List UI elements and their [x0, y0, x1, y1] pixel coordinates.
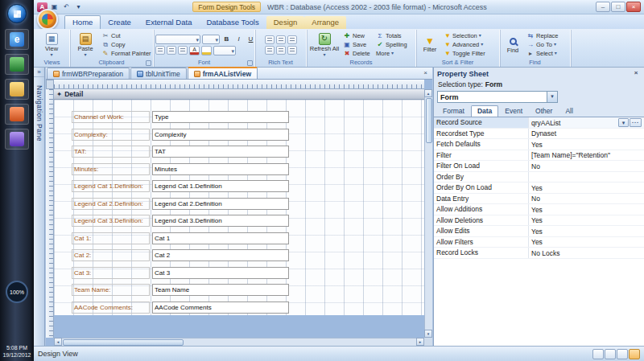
ribbon-tab-create[interactable]: Create [101, 16, 138, 29]
office-button[interactable] [37, 9, 58, 30]
taskbar-item-app-purple[interactable] [5, 129, 29, 150]
control-label[interactable]: Legend Cat 1.Definition: [72, 180, 150, 192]
property-value[interactable]: Yes [529, 183, 644, 193]
property-value[interactable]: qryAAList▾... [529, 117, 644, 128]
document-tab-frmwbrpreparation[interactable]: frmWBRPreparation [47, 68, 130, 79]
control-label[interactable]: Minutes: [72, 163, 150, 175]
ribbon-tab-design[interactable]: Design [266, 16, 305, 29]
taskbar-clock[interactable]: 5:08 PM 19/12/2012 [0, 344, 34, 359]
font-name-combo[interactable] [155, 35, 200, 44]
fill-color-button[interactable] [201, 46, 212, 55]
gridlines-combo[interactable] [213, 46, 236, 55]
ribbon-tab-external-data[interactable]: External Data [138, 16, 200, 29]
taskbar-item-internet-explorer[interactable]: e [5, 29, 29, 50]
control-label[interactable]: TAT: [72, 146, 150, 158]
navigation-pane-collapsed[interactable]: » Navigation Pane [34, 68, 45, 346]
copy-button[interactable]: ⧉ Copy [100, 40, 151, 49]
property-tab-event[interactable]: Event [498, 105, 529, 117]
control-label[interactable]: Cat 2: [72, 249, 150, 261]
control-textbox[interactable]: Cat 2 [152, 249, 289, 261]
property-value[interactable]: Yes [529, 226, 644, 236]
control-textbox[interactable]: Team Name [152, 284, 289, 296]
delete-record-button[interactable]: ✖ Delete [341, 49, 374, 58]
control-textbox[interactable]: TAT [152, 146, 289, 158]
control-label[interactable]: Legend Cat 2.Definition: [72, 198, 150, 210]
control-textbox[interactable]: Cat 3 [152, 267, 289, 279]
form-selector[interactable] [46, 80, 54, 89]
control-label[interactable]: Complexity: [72, 129, 150, 141]
property-value[interactable]: No Locks [529, 248, 644, 258]
property-row-fetch-defaults[interactable]: Fetch DefaultsYes [434, 139, 644, 150]
detail-section-bar[interactable]: ✦ Detail [54, 89, 424, 100]
document-tab-tblunittime[interactable]: tblUnitTime [130, 68, 187, 79]
control-textbox[interactable]: Legend Cat 1.Definition [152, 180, 289, 192]
goto-button[interactable]: → Go To ▾ [525, 40, 568, 49]
cut-button[interactable]: ✂ Cut [100, 31, 151, 40]
undo-icon[interactable]: ↶ [61, 2, 72, 12]
align-left-button[interactable] [155, 46, 165, 55]
new-record-button[interactable]: ✚ New [341, 31, 374, 40]
taskbar-item-app-orange[interactable] [5, 104, 29, 125]
property-tab-format[interactable]: Format [436, 105, 471, 117]
property-builder-button[interactable]: ... [630, 118, 642, 127]
property-row-filter[interactable]: Filter[Team Name]="Retention" [434, 150, 644, 162]
control-textbox[interactable]: Complexity [152, 129, 289, 141]
replace-button[interactable]: ⇆ Replace [525, 31, 568, 40]
control-textbox[interactable]: Minutes [152, 163, 289, 175]
ribbon-tab-arrange[interactable]: Arrange [304, 16, 346, 29]
property-row-order-by[interactable]: Order By [434, 172, 644, 183]
bullets-button[interactable] [265, 35, 275, 44]
property-value[interactable]: No [529, 161, 644, 171]
start-button[interactable] [7, 4, 27, 23]
property-row-filter-on-load[interactable]: Filter On LoadNo [434, 161, 644, 172]
property-row-record-source[interactable]: Record SourceqryAAList▾... [434, 117, 644, 129]
form-view-button[interactable] [592, 349, 604, 359]
property-value[interactable]: Yes [529, 237, 644, 248]
property-row-allow-deletions[interactable]: Allow DeletionsYes [434, 215, 644, 227]
property-row-allow-additions[interactable]: Allow AdditionsYes [434, 204, 644, 215]
save-record-button[interactable]: ▣ Save [341, 40, 374, 49]
control-label[interactable]: Cat 3: [72, 267, 150, 279]
font-dialog-launcher[interactable] [247, 60, 253, 66]
align-center-button[interactable] [167, 46, 176, 55]
datasheet-view-button[interactable] [605, 349, 616, 359]
property-value[interactable]: [Team Name]="Retention" [529, 150, 644, 161]
vertical-scroll-thumb[interactable] [426, 98, 432, 143]
totals-button[interactable]: Σ Totals [374, 31, 413, 40]
design-view-button[interactable] [629, 349, 640, 359]
view-button[interactable]: ▦ View ▾ [36, 31, 67, 59]
indent-decrease-button[interactable] [287, 35, 297, 44]
qat-dropdown-icon[interactable]: ▾ [73, 2, 84, 12]
property-row-recordset-type[interactable]: Recordset TypeDynaset [434, 129, 644, 140]
property-tab-other[interactable]: Other [529, 105, 559, 117]
nav-expand-icon[interactable]: » [34, 68, 44, 77]
horizontal-scrollbar[interactable]: ◂ ▸ [54, 338, 424, 346]
property-value[interactable]: Dynaset [529, 129, 644, 139]
control-textbox[interactable]: Legend Cat 3.Definition [152, 215, 289, 227]
control-textbox[interactable]: Cat 1 [152, 232, 289, 244]
control-textbox[interactable]: Legend Cat 2.Definition [152, 198, 289, 210]
scroll-right-arrow[interactable]: ▸ [416, 338, 424, 346]
control-label[interactable]: Team Name: [72, 284, 150, 296]
property-row-allow-filters[interactable]: Allow FiltersYes [434, 237, 644, 248]
object-selector-combo[interactable]: Form ▾ [437, 91, 558, 103]
taskbar-item-folder[interactable] [5, 79, 29, 100]
indent-increase-button[interactable] [265, 46, 275, 55]
control-label[interactable]: Legend Cat 3.Definition: [72, 215, 150, 227]
property-row-data-entry[interactable]: Data EntryNo [434, 194, 644, 205]
scroll-up-arrow[interactable]: ▴ [424, 89, 432, 97]
control-textbox[interactable]: AACode Comments [152, 302, 289, 314]
select-button[interactable]: ▸ Select ▾ [525, 49, 568, 58]
document-close-button[interactable]: × [421, 69, 430, 78]
layout-view-button[interactable] [617, 349, 628, 359]
numbering-button[interactable] [276, 35, 286, 44]
scroll-left-arrow[interactable]: ◂ [54, 338, 62, 346]
toggle-filter-button[interactable]: ▼ Toggle Filter [443, 49, 497, 58]
bold-button[interactable]: B [221, 35, 232, 44]
more-button[interactable]: More ▾ [374, 49, 413, 58]
scroll-down-arrow[interactable]: ▾ [424, 330, 432, 338]
paragraph-button[interactable] [287, 46, 297, 55]
maximize-button[interactable]: □ [611, 2, 625, 12]
spelling-button[interactable]: ✔ Spelling [374, 40, 413, 49]
property-row-record-locks[interactable]: Record LocksNo Locks [434, 248, 644, 259]
